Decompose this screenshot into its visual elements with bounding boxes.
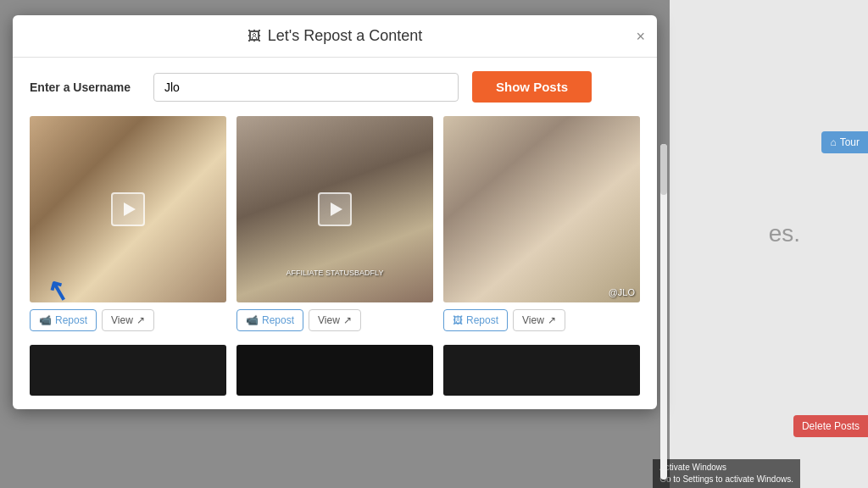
view-button[interactable]: View ↗ [513,309,565,331]
image-icon: 🖼 [248,29,261,44]
modal-body: Enter a Username Show Posts ↖ [13,58,657,409]
background-text: es. [769,220,800,247]
delete-area: Delete Posts [793,415,868,437]
post-image: AFFILIATE STATUSBADFLY [236,116,433,302]
repost-button[interactable]: 🖼 Repost [443,309,508,331]
external-link-icon: ↗ [136,314,145,326]
play-overlay [318,192,352,226]
post-card [236,345,433,396]
video-camera-icon: 📹 [246,314,259,326]
username-input[interactable] [153,73,459,102]
play-overlay [111,192,145,226]
external-link-icon: ↗ [343,314,352,326]
repost-button[interactable]: 📹 Repost [236,309,303,331]
post-image [236,345,433,396]
modal-close-button[interactable]: × [636,29,645,44]
post-card: @JLO 🖼 Repost View ↗ [443,116,640,335]
post-card [443,345,640,396]
modal-overlay: 🖼 Let's Repost a Content × Enter a Usern… [0,0,670,488]
play-triangle-icon [124,202,136,216]
post-image: @JLO [443,116,640,302]
posts-grid: ↖ 📹 Repost View ↗ [30,116,640,396]
tour-button[interactable]: ⌂ Tour [821,131,868,153]
modal-header: 🖼 Let's Repost a Content × [13,15,657,58]
view-button[interactable]: View ↗ [309,309,361,331]
post-card: ↖ 📹 Repost View ↗ [30,116,226,335]
post-image [443,345,640,396]
show-posts-button[interactable]: Show Posts [472,71,592,103]
image-icon: 🖼 [453,314,463,326]
post-card [30,345,226,396]
modal-title: 🖼 Let's Repost a Content [248,27,423,45]
scroll-track [660,144,667,480]
post-actions: 🖼 Repost View ↗ [443,302,640,335]
post-caption: AFFILIATE STATUSBADFLY [236,269,433,277]
home-icon: ⌂ [830,136,836,148]
external-link-icon: ↗ [548,314,556,326]
username-row: Enter a Username Show Posts [30,71,640,103]
post-watermark: @JLO [609,287,635,297]
username-label: Enter a Username [30,80,140,94]
windows-notice: Activate Windows Go to Settings to activ… [653,459,800,488]
view-button[interactable]: View ↗ [102,309,154,331]
repost-button[interactable]: 📹 Repost [30,309,97,331]
arrow-indicator: ↖ [47,274,70,302]
post-image: ↖ [30,116,226,302]
video-camera-icon: 📹 [39,314,52,326]
post-actions: 📹 Repost View ↗ [236,302,433,335]
repost-modal: 🖼 Let's Repost a Content × Enter a Usern… [13,15,657,409]
play-triangle-icon [331,202,342,216]
post-actions: 📹 Repost View ↗ [30,302,226,335]
post-card: AFFILIATE STATUSBADFLY 📹 Repost View ↗ [236,116,433,335]
delete-posts-button[interactable]: Delete Posts [793,415,868,437]
scroll-thumb[interactable] [660,144,667,195]
post-image [30,345,226,396]
